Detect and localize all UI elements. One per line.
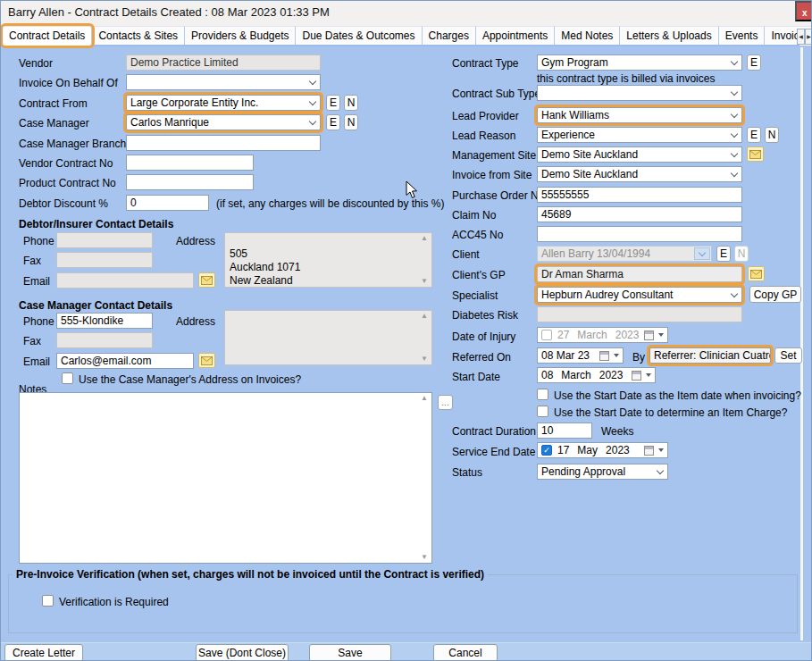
contract-type-edit-button[interactable]: E <box>747 54 761 71</box>
referred-on-label: Referred On <box>452 351 511 364</box>
mouse-cursor <box>406 180 418 199</box>
claim-no-field[interactable]: 45689 <box>537 206 742 222</box>
scroll-up-icon: ▲ <box>421 313 428 320</box>
verification-required-checkbox[interactable] <box>42 595 54 607</box>
tab-appointments[interactable]: Appointments <box>476 26 555 46</box>
scroll-down-icon: ▼ <box>421 278 428 285</box>
specialist-select[interactable]: Hepburn Audrey Consultant <box>537 287 742 303</box>
management-site-select[interactable]: Demo Site Auckland <box>537 146 742 163</box>
contract-from-edit-button[interactable]: E <box>326 95 340 111</box>
debtor-phone-field <box>56 232 153 248</box>
contract-duration-field[interactable]: 10 <box>537 423 592 439</box>
referred-on-picker[interactable]: 08 Mar 23 <box>537 347 624 364</box>
chevron-down-icon <box>309 117 316 124</box>
clients-gp-envelope-icon[interactable] <box>748 266 765 281</box>
tab-letters-uploads[interactable]: Letters & Uploads <box>620 26 718 46</box>
debtor-email-envelope-icon[interactable] <box>198 272 215 288</box>
service-end-date-checkbox[interactable]: ✓ <box>541 445 552 456</box>
cm-address-field: ▲▼ <box>224 310 432 365</box>
lead-reason-select[interactable]: Experience <box>537 127 742 143</box>
notes-textarea[interactable]: ▲▼ <box>19 392 432 564</box>
use-start-date-item-date-checkbox[interactable] <box>537 389 548 400</box>
cm-phone-label: Phone <box>23 315 54 328</box>
start-date-label: Start Date <box>452 371 500 383</box>
lead-reason-edit-button[interactable]: E <box>747 127 761 143</box>
purchase-order-no-label: Purchase Order No <box>452 189 544 202</box>
copy-gp-button[interactable]: Copy GP <box>749 286 801 303</box>
lead-reason-label: Lead Reason <box>452 130 515 142</box>
chevron-down-icon <box>699 249 706 256</box>
tab-scroll-right-icon[interactable]: ▶ <box>805 29 812 45</box>
notes-expand-button[interactable]: ... <box>438 395 453 410</box>
management-site-envelope-icon[interactable] <box>747 146 764 162</box>
cm-email-envelope-icon[interactable] <box>198 353 215 368</box>
case-manager-branch-field[interactable] <box>126 135 321 151</box>
lead-reason-new-button[interactable]: N <box>765 127 779 143</box>
tab-scroll-left-icon[interactable]: ◀ <box>797 29 805 45</box>
save-button[interactable]: Save <box>309 644 391 661</box>
client-dropdown-button <box>694 247 710 260</box>
debtor-contact-heading: Debtor/Insurer Contact Details <box>19 218 173 230</box>
tab-providers-budgets[interactable]: Providers & Budgets <box>185 26 296 46</box>
use-cm-address-checkbox[interactable] <box>62 372 73 384</box>
lead-provider-select[interactable]: Hank Williams <box>537 107 742 123</box>
tab-due-dates-outcomes[interactable]: Due Dates & Outcomes <box>296 26 422 46</box>
close-icon[interactable]: x <box>795 1 812 21</box>
cm-address-scrollbar[interactable]: ▲▼ <box>419 313 430 363</box>
save-dont-close-button[interactable]: Save (Dont Close) <box>196 644 289 661</box>
tab-contract-details[interactable]: Contract Details <box>3 26 92 46</box>
use-start-date-item-charge-label: Use the Start Date to determine an Item … <box>554 406 787 419</box>
contract-from-new-button[interactable]: N <box>344 95 358 111</box>
set-referrer-button[interactable]: Set <box>774 347 802 364</box>
acc45-no-label: ACC45 No <box>452 229 503 241</box>
window-title: Barry Allen - Contract Details Created :… <box>8 5 330 19</box>
chevron-down-icon <box>731 149 738 156</box>
clients-gp-field[interactable]: Dr Aman Sharma <box>537 266 742 282</box>
contract-type-select[interactable]: Gym Program <box>537 54 742 71</box>
debtor-address-scrollbar[interactable]: ▲▼ <box>419 235 430 285</box>
client-edit-button[interactable]: E <box>716 246 731 262</box>
contract-sub-type-select[interactable] <box>537 85 742 101</box>
diabetes-risk-label: Diabetes Risk <box>452 309 518 322</box>
debtor-discount-field[interactable]: 0 <box>126 195 209 211</box>
notes-scrollbar[interactable]: ▲▼ <box>419 395 430 561</box>
cm-email-field[interactable]: Carlos@email.com <box>56 353 194 369</box>
service-end-date-picker[interactable]: ✓ 17 May 2023 <box>537 442 668 458</box>
pre-invoice-heading: Pre-Invoice Verification (when set, char… <box>13 568 488 581</box>
vendor-contract-no-field[interactable] <box>126 155 254 171</box>
debtor-discount-hint: (if set, any charges will be discounted … <box>216 197 444 210</box>
scroll-up-icon: ▲ <box>421 395 428 402</box>
case-manager-edit-button[interactable]: E <box>326 114 340 130</box>
scroll-down-icon: ▼ <box>421 356 428 363</box>
dropdown-arrow-icon <box>658 448 664 452</box>
start-date-picker[interactable]: 08 March 2023 <box>537 367 656 383</box>
case-manager-new-button[interactable]: N <box>344 114 358 130</box>
specialist-label: Specialist <box>452 289 498 302</box>
tabstrip-underline <box>1 45 799 46</box>
purchase-order-no-field[interactable]: 55555555 <box>537 187 742 203</box>
date-of-injury-checkbox[interactable] <box>541 330 552 340</box>
invoice-on-behalf-of-select[interactable] <box>126 74 321 90</box>
acc45-no-field[interactable] <box>537 226 742 242</box>
contract-type-label: Contract Type <box>452 57 518 70</box>
tab-events[interactable]: Events <box>719 26 766 46</box>
contract-from-select[interactable]: Large Corporate Entity Inc. <box>126 95 321 111</box>
case-manager-select[interactable]: Carlos Manrique <box>126 114 321 130</box>
tab-med-notes[interactable]: Med Notes <box>555 26 620 46</box>
cm-fax-field <box>56 332 153 348</box>
invoice-from-site-select[interactable]: Demo Site Auckland <box>537 166 742 182</box>
tab-contacts-sites[interactable]: Contacts & Sites <box>92 26 185 46</box>
chevron-down-icon <box>657 466 664 473</box>
cm-phone-field[interactable]: 555-Klondike <box>56 313 153 329</box>
create-letter-button[interactable]: Create Letter <box>4 644 83 661</box>
debtor-discount-label: Debtor Discount % <box>19 197 108 210</box>
referrer-field: Referrer: Clinician Cuatro <box>649 347 771 364</box>
cancel-button[interactable]: Cancel <box>433 644 498 661</box>
debtor-email-label: Email <box>23 275 50 288</box>
use-start-date-item-charge-checkbox[interactable] <box>537 406 548 417</box>
invoice-on-behalf-of-label: Invoice On Behalf Of <box>19 77 118 89</box>
tab-charges[interactable]: Charges <box>423 26 476 46</box>
status-select[interactable]: Pending Approval <box>537 464 668 480</box>
contract-duration-units: Weeks <box>601 425 633 438</box>
product-contract-no-field[interactable] <box>126 174 254 190</box>
